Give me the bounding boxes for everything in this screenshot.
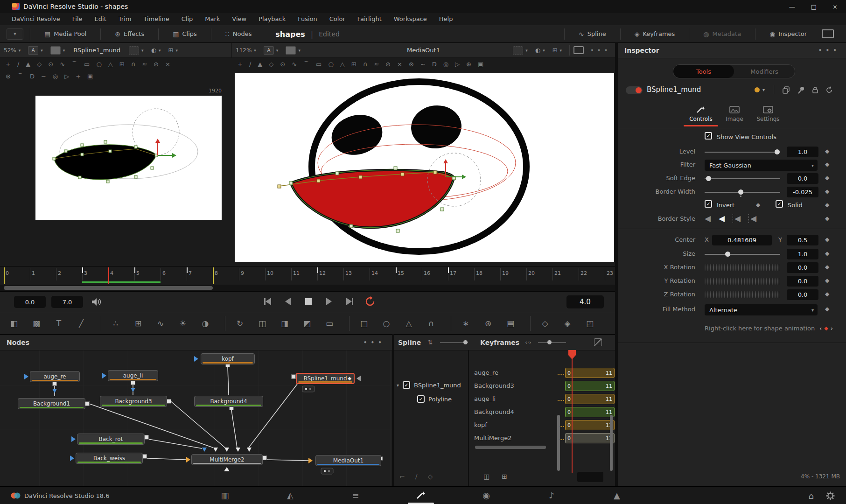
menu-trim[interactable]: Trim <box>112 13 138 25</box>
menu-view[interactable]: View <box>226 13 252 25</box>
solid-keyframe-icon[interactable]: ◆ <box>825 202 829 208</box>
fastnoise-tool-icon[interactable]: ▩ <box>30 317 43 330</box>
viewer-tool-icon[interactable]: ▲ <box>258 61 262 67</box>
viewer-tool-icon[interactable]: △ <box>340 61 345 67</box>
node-back_weiss[interactable]: Back_weiss <box>76 453 143 464</box>
show-view-controls-checkbox[interactable]: ✓ <box>705 132 712 140</box>
viewer-tool-icon[interactable]: ▷ <box>64 73 69 79</box>
menu-davinci-resolve[interactable]: DaVinci Resolve <box>6 13 66 25</box>
left-viewer-zoom-select[interactable]: 52%▾ <box>0 43 24 58</box>
right-viewer-canvas[interactable] <box>235 73 614 262</box>
render3d-tool-icon[interactable]: ◰ <box>583 317 596 330</box>
left-viewer-grid-select[interactable]: ⊞▾ <box>165 43 182 58</box>
smooth-interpolation-icon[interactable]: ◇ <box>427 473 433 480</box>
pemitter-tool-icon[interactable]: ∗ <box>459 317 472 330</box>
timeline-playhead[interactable] <box>108 267 109 284</box>
viewer-tool-icon[interactable]: ▭ <box>316 61 322 67</box>
play-forward-button[interactable] <box>323 295 335 308</box>
keyframes-vscrollbar-left[interactable] <box>557 415 560 471</box>
fill-method-dropdown[interactable]: Alternate▾ <box>705 304 818 315</box>
viewer-tool-icon[interactable]: + <box>6 61 11 67</box>
size-value[interactable]: 1.0 <box>787 249 818 259</box>
border-style-dash-button[interactable]: ◀ <box>733 214 741 223</box>
left-viewer-lut-select[interactable]: ◐▾ <box>147 43 165 58</box>
audio-mute-icon[interactable] <box>91 298 102 306</box>
menu-color[interactable]: Color <box>323 13 351 25</box>
right-viewer-channel-select[interactable]: ▾ <box>282 43 304 58</box>
left-viewer-roi-select[interactable]: ▾ <box>125 43 147 58</box>
paint-tool-icon[interactable]: ╱ <box>75 317 88 330</box>
polyline-checkbox[interactable]: ✓ <box>417 395 425 403</box>
viewer-tool-icon[interactable]: ∕ <box>17 61 19 67</box>
x-rotation-value[interactable]: 0.0 <box>787 262 818 273</box>
right-viewer-grid-select[interactable]: ⊞▾ <box>549 43 566 58</box>
transform-tool-icon[interactable]: ↻ <box>233 317 246 330</box>
spline-item-checkbox[interactable]: ✓ <box>403 381 410 389</box>
right-viewer-buffer-select[interactable]: A▾ <box>260 43 282 58</box>
viewer-tool-icon[interactable]: ⌒ <box>303 61 309 67</box>
colorcurves-tool-icon[interactable]: ∿ <box>154 317 167 330</box>
topbar-metadata-button[interactable]: ◍Metadata <box>696 25 748 43</box>
node-color-caret-icon[interactable]: ▾ <box>762 87 765 92</box>
border-style-keyframe-icon[interactable]: ◆ <box>825 215 829 222</box>
filter-dropdown[interactable]: Fast Gaussian▾ <box>705 160 818 171</box>
nodes-panel-options-menu[interactable]: • • • <box>364 339 383 346</box>
viewer-tool-icon[interactable]: ⊕ <box>466 61 471 67</box>
size-keyframe-icon[interactable]: ◆ <box>825 250 829 257</box>
right-viewer-lut-select[interactable]: ◐▾ <box>531 43 549 58</box>
background-tool-icon[interactable]: ◧ <box>7 317 21 330</box>
page-cut-icon[interactable]: ◭ <box>276 486 304 504</box>
page-media-icon[interactable]: ▥ <box>211 486 239 504</box>
play-reverse-button[interactable] <box>282 295 294 308</box>
border-style-none-button[interactable]: ◀ <box>705 214 711 223</box>
keyframes-hscrollbar[interactable] <box>475 446 546 449</box>
border-width-value[interactable]: -0.025 <box>787 187 818 197</box>
ellipse-mask-icon[interactable]: ○ <box>380 317 393 330</box>
left-viewer-buffer-select[interactable]: A▾ <box>24 43 47 58</box>
loop-button[interactable] <box>364 295 376 308</box>
pmerge-tool-icon[interactable]: ⊛ <box>482 317 495 330</box>
viewer-tool-icon[interactable]: ∽ <box>420 61 426 67</box>
topbar-keyframes-button[interactable]: ◈Keyframes <box>627 25 683 43</box>
maximize-button[interactable]: □ <box>811 3 817 10</box>
topbar-nodes-button[interactable]: ∷Nodes <box>218 25 259 43</box>
viewer-tool-icon[interactable]: ○ <box>96 61 101 67</box>
viewer-tool-icon[interactable]: ∽ <box>41 73 46 79</box>
viewer-tool-icon[interactable]: ⌒ <box>71 61 77 67</box>
invert-keyframe-icon[interactable]: ◆ <box>756 202 760 208</box>
viewer-tool-icon[interactable]: ▣ <box>478 61 483 67</box>
render-range-end[interactable] <box>213 267 214 284</box>
colorcorrector-tool-icon[interactable]: ◑ <box>199 317 212 330</box>
brightness-tool-icon[interactable]: ☀ <box>176 317 189 330</box>
left-viewer-canvas[interactable] <box>35 96 222 220</box>
border-style-dot-button[interactable]: ◀ <box>748 214 756 223</box>
viewer-tool-icon[interactable]: ⊗ <box>6 73 11 79</box>
level-keyframe-icon[interactable]: ◆ <box>825 148 829 154</box>
viewer-tool-icon[interactable]: ⊙ <box>48 61 53 67</box>
node-mediaout1[interactable]: MediaOut1 <box>315 455 381 466</box>
tab-modifiers[interactable]: Modifiers <box>734 65 795 78</box>
center-y-field[interactable]: 0.5 <box>787 235 818 245</box>
viewer-tool-icon[interactable]: ⊙ <box>280 61 285 67</box>
page-fairlight-icon[interactable]: ♪ <box>538 486 566 504</box>
level-value[interactable]: 1.0 <box>787 147 818 157</box>
spline-zoom-slider[interactable] <box>440 342 468 343</box>
page-color-icon[interactable]: ◉ <box>472 486 500 504</box>
node-auge_li[interactable]: auge_li <box>108 370 158 381</box>
text-tool-icon[interactable]: T <box>52 317 65 330</box>
resize-tool-icon[interactable]: ▭ <box>323 317 336 330</box>
y-rotation-value[interactable]: 0.0 <box>787 276 818 287</box>
center-x-field[interactable]: 0.481609 <box>712 235 772 245</box>
gridwarp-tool-icon[interactable]: ⊞ <box>132 317 145 330</box>
right-viewer-roi-select[interactable]: ▾ <box>509 43 531 58</box>
viewer-tool-icon[interactable]: ∿ <box>60 61 65 67</box>
viewer-tool-icon[interactable]: ▣ <box>87 73 93 79</box>
subtab-settings[interactable]: Settings <box>749 105 787 122</box>
pin-icon[interactable] <box>797 86 805 94</box>
viewer-tool-icon[interactable]: ∩ <box>131 61 136 67</box>
spline-tree-subitem[interactable]: ✓ Polyline <box>417 395 452 403</box>
page-deliver-icon[interactable]: ▲ <box>603 486 631 504</box>
viewer-tool-icon[interactable]: ▭ <box>84 61 90 67</box>
menu-clip[interactable]: Clip <box>175 13 199 25</box>
menu-help[interactable]: Help <box>433 13 459 25</box>
